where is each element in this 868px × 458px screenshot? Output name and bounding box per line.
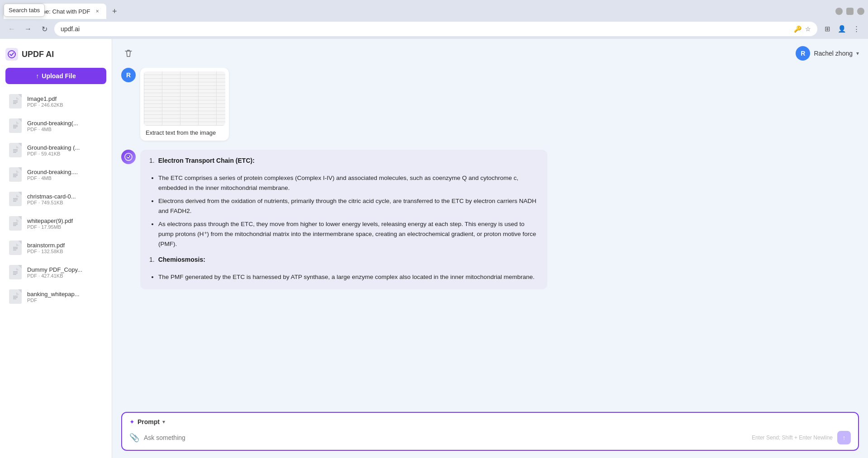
file-icon (8, 191, 23, 207)
file-icon-shape (9, 265, 22, 279)
svg-rect-22 (12, 219, 19, 228)
file-icon-shape (9, 289, 22, 304)
user-info[interactable]: R Rachel zhong ▾ (796, 46, 859, 61)
file-icon-shape (9, 192, 22, 206)
updf-logo-icon (5, 48, 18, 61)
file-name: Image1.pdf (27, 95, 104, 102)
upload-button-label: Upload File (42, 72, 76, 80)
profile-button[interactable]: 👤 (835, 23, 848, 35)
file-info: brainstorm.pdf PDF · 132.58KB (27, 242, 104, 254)
trash-icon (124, 49, 133, 58)
star-icon[interactable]: ☆ (805, 25, 811, 33)
section1-num: 1. (149, 157, 155, 164)
file-item[interactable]: banking_whitepap... PDF (5, 285, 106, 308)
svg-rect-18 (12, 194, 19, 203)
bullet-2: Electrons derived from the oxidation of … (158, 196, 538, 216)
image-preview-content (144, 71, 225, 126)
file-meta: PDF (27, 297, 104, 303)
file-meta: PDF · 427.41KB (27, 273, 104, 279)
file-info: Ground-breaking(... PDF · 4MB (27, 120, 104, 132)
prompt-input-row: 📎 Enter Send; Shift + Enter Newline ↑ (129, 431, 851, 444)
main-content: R Rachel zhong ▾ R Extract text from the… (112, 39, 868, 458)
file-name: Dummy PDF_Copy... (27, 266, 104, 273)
file-icon (8, 264, 23, 280)
reload-button[interactable]: ↻ (38, 23, 51, 35)
main-header: R Rachel zhong ▾ (112, 39, 868, 68)
file-name: brainstorm.pdf (27, 242, 104, 249)
file-info: Image1.pdf PDF · 246.62KB (27, 95, 104, 108)
sparkle-icon: ✦ (129, 418, 135, 425)
minimize-button[interactable] (835, 8, 843, 15)
file-meta: PDF · 4MB (27, 175, 104, 181)
file-name: Ground-breaking.... (27, 169, 104, 175)
user-message-bubble: Extract text from the image (140, 68, 229, 141)
tab-bar: F AI Online: Chat with PDF × + (0, 0, 868, 19)
ai-logo-icon (124, 152, 133, 161)
address-text: updf.ai (61, 25, 790, 33)
address-bar[interactable]: updf.ai 🔑 ☆ (54, 22, 817, 36)
file-item[interactable]: Image1.pdf PDF · 246.62KB (5, 90, 106, 113)
file-icon-shape (9, 216, 22, 231)
file-item[interactable]: Ground-breaking.... PDF · 4MB (5, 163, 106, 186)
delete-button[interactable] (121, 46, 136, 61)
ai-response-bubble: 1. Electron Transport Chain (ETC): The E… (140, 150, 547, 289)
file-icon (8, 240, 23, 256)
ai-bullet-list: The ETC comprises a series of protein co… (149, 173, 538, 249)
file-item[interactable]: christmas-card-0... PDF · 749.51KB (5, 187, 106, 211)
user-message-avatar: R (121, 68, 136, 82)
attach-button[interactable]: 📎 (129, 433, 139, 443)
svg-rect-2 (12, 97, 19, 106)
ai-bullet-list-2: The PMF generated by the ETC is harnesse… (149, 272, 538, 282)
browser-chrome: F AI Online: Chat with PDF × + ← → ↻ upd… (0, 0, 868, 39)
upload-icon: ↑ (36, 72, 39, 80)
section2-header: 1. Chemiosmosis: (149, 256, 538, 268)
bullet-1: The ETC comprises a series of protein co… (158, 173, 538, 193)
key-icon: 🔑 (794, 25, 802, 33)
prompt-hint: Enter Send; Shift + Enter Newline (752, 434, 833, 441)
chat-area: R Extract text from the image (112, 68, 868, 406)
new-tab-button[interactable]: + (108, 5, 121, 18)
tab-close-button[interactable]: × (94, 8, 101, 15)
section2-title: Chemiosmosis: (158, 256, 205, 263)
file-info: Ground-breaking (... PDF · 59.41KB (27, 144, 104, 156)
file-info: Dummy PDF_Copy... PDF · 427.41KB (27, 266, 104, 279)
file-item[interactable]: Ground-breaking (... PDF · 59.41KB (5, 138, 106, 162)
sidebar-logo-text: UPDF AI (22, 50, 54, 59)
file-icon-shape (9, 118, 22, 133)
back-button[interactable]: ← (5, 23, 18, 35)
file-item[interactable]: whitepaper(9).pdf PDF · 17.95MB (5, 212, 106, 235)
svg-rect-26 (12, 243, 19, 252)
close-window-button[interactable] (857, 8, 864, 15)
sidebar-header: UPDF AI (5, 46, 106, 62)
section2-num: 1. (149, 256, 155, 263)
file-item[interactable]: Dummy PDF_Copy... PDF · 427.41KB (5, 260, 106, 284)
file-icon (8, 215, 23, 231)
upload-file-button[interactable]: ↑ Upload File (5, 68, 106, 84)
prompt-chevron-icon[interactable]: ▾ (162, 419, 165, 425)
file-item[interactable]: Ground-breaking(... PDF · 4MB (5, 114, 106, 137)
address-icons: 🔑 ☆ (794, 25, 811, 33)
user-name: Rachel zhong (814, 50, 853, 57)
file-item[interactable]: brainstorm.pdf PDF · 132.58KB (5, 236, 106, 260)
file-name: whitepaper(9).pdf (27, 217, 104, 224)
bullet-3: As electrons pass through the ETC, they … (158, 219, 538, 249)
file-icon-shape (9, 94, 22, 109)
send-button[interactable]: ↑ (837, 431, 851, 444)
extensions-button[interactable]: ⊞ (821, 23, 834, 35)
ai-message: 1. Electron Transport Chain (ETC): The E… (121, 150, 859, 289)
svg-rect-34 (12, 292, 19, 301)
maximize-button[interactable] (846, 8, 854, 15)
svg-rect-10 (12, 146, 19, 155)
file-meta: PDF · 749.51KB (27, 200, 104, 205)
forward-button[interactable]: → (22, 23, 34, 35)
prompt-text-input[interactable] (144, 434, 747, 441)
file-icon-shape (9, 143, 22, 157)
user-avatar: R (796, 46, 810, 61)
file-name: banking_whitepap... (27, 291, 104, 297)
file-icon (8, 166, 23, 183)
prompt-input-area: ✦ Prompt ▾ 📎 Enter Send; Shift + Enter N… (112, 406, 868, 458)
file-icon (8, 118, 23, 134)
file-meta: PDF · 4MB (27, 127, 104, 132)
menu-button[interactable]: ⋮ (850, 23, 863, 35)
prompt-label: Prompt (138, 418, 160, 425)
